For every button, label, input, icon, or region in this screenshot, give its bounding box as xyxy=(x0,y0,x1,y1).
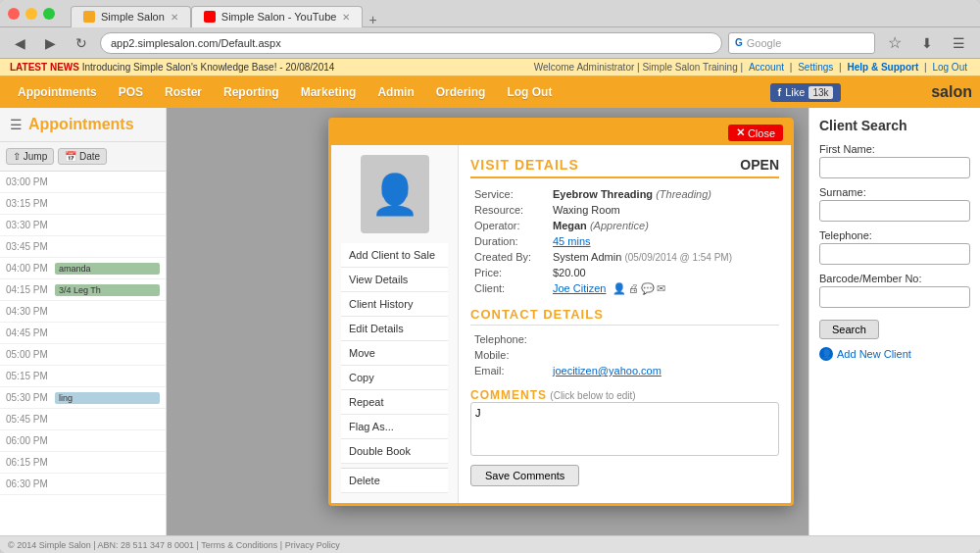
menu-edit-details[interactable]: Edit Details xyxy=(341,317,448,341)
fb-icon: f xyxy=(778,86,782,98)
menu-copy[interactable]: Copy xyxy=(341,366,448,390)
download-btn[interactable]: ⬇ xyxy=(914,32,940,54)
address-text: app2.simplesalon.com/Default.aspx xyxy=(111,37,281,49)
browser-close-btn[interactable] xyxy=(8,8,20,20)
surname-input[interactable] xyxy=(819,200,970,222)
menu-client-history[interactable]: Client History xyxy=(341,292,448,317)
modal-close-btn[interactable]: ✕ Close xyxy=(728,125,783,141)
account-link[interactable]: Account xyxy=(749,62,784,73)
sidebar-title: Appointments xyxy=(28,116,134,133)
search-client-btn[interactable]: Search xyxy=(819,320,879,339)
save-comments-btn[interactable]: Save Comments xyxy=(470,465,579,486)
client-icons: 👤 🖨 💬 ✉ xyxy=(612,282,665,295)
logo-salon: salon xyxy=(931,83,972,101)
menu-delete[interactable]: Delete xyxy=(341,468,448,493)
tab-simple-salon[interactable]: Simple Salon ✕ xyxy=(71,6,191,27)
forward-btn[interactable]: ▶ xyxy=(38,32,63,54)
mobile-row: Mobile: xyxy=(470,347,779,363)
date-btn[interactable]: 📅 Date xyxy=(58,148,107,165)
time-slot: 06:30 PM xyxy=(0,474,166,495)
telephone-value xyxy=(549,331,779,347)
fb-count: 13k xyxy=(808,86,832,99)
new-tab-btn[interactable]: + xyxy=(363,12,382,27)
help-link[interactable]: Help & Support xyxy=(847,62,918,73)
jump-btn[interactable]: ⇧ Jump xyxy=(6,148,54,165)
telephone-row: Telephone: xyxy=(470,331,779,347)
address-bar[interactable]: app2.simplesalon.com/Default.aspx xyxy=(100,32,722,54)
menu-view-details[interactable]: View Details xyxy=(341,268,448,292)
client-icon-sms: 💬 xyxy=(641,282,655,295)
time-slots-list: 03:00 PM 03:15 PM 03:30 PM 03:45 PM 04:0… xyxy=(0,172,166,495)
browser-maximize-btn[interactable] xyxy=(43,8,55,20)
time-label: 03:00 PM xyxy=(6,176,55,187)
search-icon: G xyxy=(735,37,743,48)
menu-move[interactable]: Move xyxy=(341,341,448,366)
menu-icon: ☰ xyxy=(10,117,23,132)
time-label: 04:00 PM xyxy=(6,263,55,274)
browser-search-bar[interactable]: G Google xyxy=(728,32,875,54)
resource-value: Waxing Room xyxy=(549,202,779,218)
nav-appointments[interactable]: Appointments xyxy=(8,81,107,103)
visit-status: OPEN xyxy=(740,157,779,173)
nav-ordering[interactable]: Ordering xyxy=(426,81,496,103)
footer-text: © 2014 Simple Salon | ABN: 28 511 347 8 … xyxy=(8,540,340,550)
add-client-text: Add New Client xyxy=(837,348,911,360)
telephone-label: Telephone: xyxy=(819,229,970,241)
visit-details-table: Service: Eyebrow Threading (Threading) R… xyxy=(470,186,779,297)
nav-logout[interactable]: Log Out xyxy=(497,81,562,103)
modal-header: ✕ Close xyxy=(331,121,791,145)
nav-roster[interactable]: Roster xyxy=(155,81,212,103)
back-btn[interactable]: ◀ xyxy=(8,32,32,54)
browser-tabs: Simple Salon ✕ Simple Salon - YouTube ✕ … xyxy=(71,0,383,27)
nav-admin[interactable]: Admin xyxy=(368,81,423,103)
page-content: LATEST NEWS Introducing Simple Salon's K… xyxy=(0,59,980,553)
menu-add-to-sale[interactable]: Add Client to Sale xyxy=(341,243,448,268)
email-link[interactable]: joecitizen@yahoo.com xyxy=(553,365,662,377)
price-row: Price: $20.00 xyxy=(470,265,779,280)
tab-youtube[interactable]: Simple Salon - YouTube ✕ xyxy=(191,6,364,27)
tab-close-youtube[interactable]: ✕ xyxy=(342,12,350,23)
bookmark-btn[interactable]: ☆ xyxy=(881,30,908,55)
modal-left-menu: 👤 Add Client to Sale View Details Client… xyxy=(331,145,459,503)
menu-flag-as[interactable]: Flag As... xyxy=(341,415,448,439)
add-client-icon: 👤 xyxy=(819,347,833,361)
favicon-youtube xyxy=(204,11,216,23)
logout-link[interactable]: Log Out xyxy=(932,62,967,73)
service-name: Eyebrow Threading xyxy=(553,188,653,200)
created-label: Created By: xyxy=(470,249,549,265)
time-slot: 04:00 PM amanda xyxy=(0,258,166,279)
client-link[interactable]: Joe Citizen xyxy=(553,282,606,294)
comments-textarea[interactable] xyxy=(470,402,779,456)
menu-btn[interactable]: ☰ xyxy=(946,32,972,54)
first-name-input[interactable] xyxy=(819,157,970,178)
settings-link[interactable]: Settings xyxy=(798,62,833,73)
nav-marketing[interactable]: Marketing xyxy=(291,81,367,103)
barcode-input[interactable] xyxy=(819,286,970,308)
menu-repeat[interactable]: Repeat xyxy=(341,390,448,415)
tab-label-simple-salon: Simple Salon xyxy=(101,11,165,23)
appt-block[interactable]: 3/4 Leg Th xyxy=(55,284,160,296)
visit-details-modal: ✕ Close 👤 Add Client to Sale View Detail… xyxy=(328,118,794,506)
logo-area: simple ⚙ salon xyxy=(858,81,972,103)
price-label: Price: xyxy=(470,265,549,280)
appt-block[interactable]: ling xyxy=(55,392,160,404)
first-name-group: First Name: xyxy=(819,143,970,178)
logo-icon: ⚙ xyxy=(911,81,927,103)
time-label: 04:15 PM xyxy=(6,284,55,295)
nav-pos[interactable]: POS xyxy=(109,81,153,103)
fb-like-btn[interactable]: f Like 13k xyxy=(770,83,841,102)
close-label: Close xyxy=(748,127,775,139)
time-slot: 04:15 PM 3/4 Leg Th xyxy=(0,279,166,301)
appt-block[interactable]: amanda xyxy=(55,263,160,275)
add-new-client-link[interactable]: 👤 Add New Client xyxy=(819,347,970,361)
time-slot: 05:30 PM ling xyxy=(0,387,166,409)
nav-reporting[interactable]: Reporting xyxy=(214,81,289,103)
refresh-btn[interactable]: ↻ xyxy=(69,32,94,54)
telephone-input[interactable] xyxy=(819,243,970,265)
menu-double-book[interactable]: Double Book xyxy=(341,439,448,464)
duration-link[interactable]: 45 mins xyxy=(553,235,591,247)
tab-close-simple-salon[interactable]: ✕ xyxy=(171,12,178,23)
client-label: Client: xyxy=(470,280,549,297)
browser-minimize-btn[interactable] xyxy=(25,8,37,20)
modal-body: 👤 Add Client to Sale View Details Client… xyxy=(331,145,791,503)
